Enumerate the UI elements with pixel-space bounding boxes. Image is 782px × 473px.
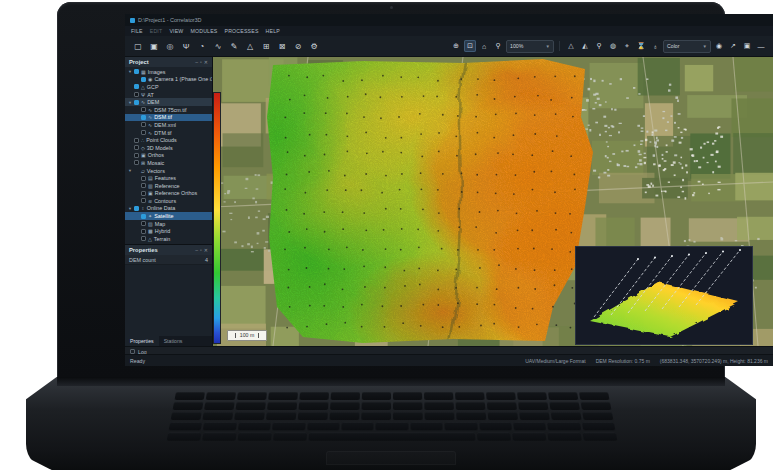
checkbox[interactable] (141, 229, 146, 234)
tree-item-terrain[interactable]: △Terrain (125, 235, 212, 243)
status-item-0: UAV/Medium/Large Format (525, 358, 585, 364)
menu-processes[interactable]: PROCESSES (225, 28, 259, 34)
expand-arrow-icon[interactable]: ▼ (128, 168, 132, 173)
new-project-icon[interactable]: ▢ (131, 39, 145, 53)
pin-icon[interactable]: – (195, 247, 198, 253)
checkbox[interactable] (141, 236, 146, 241)
checkbox[interactable] (141, 107, 146, 112)
zoom-3d-icon[interactable]: ⚲ (593, 40, 605, 52)
tree-item-dem[interactable]: ▼∿DEM (125, 98, 212, 106)
checkbox[interactable] (134, 153, 139, 158)
checkbox[interactable] (141, 130, 146, 135)
checkbox[interactable] (141, 77, 146, 82)
history-icon[interactable]: ⌛ (635, 40, 647, 52)
checkbox[interactable] (134, 138, 139, 143)
expand-arrow-icon[interactable]: ▼ (128, 69, 132, 74)
expand-arrow-icon[interactable]: ▼ (128, 100, 132, 105)
tree-item-features[interactable]: ▤Features (125, 174, 212, 182)
settings-icon[interactable]: ◎ (163, 39, 177, 53)
map-viewport[interactable]: 100 m (213, 57, 773, 346)
zoom-icon[interactable]: ⚲ (492, 40, 504, 52)
tin-mesh-icon[interactable]: ◭ (579, 40, 591, 52)
snapshot-icon[interactable]: ▣ (741, 40, 753, 52)
profile-icon[interactable]: △ (565, 40, 577, 52)
tree-item-label: 3D Models (147, 145, 173, 151)
checkbox[interactable] (134, 145, 139, 150)
checkbox[interactable] (141, 183, 146, 188)
checkbox[interactable] (134, 84, 139, 89)
expand-arrow-icon[interactable]: ▼ (128, 206, 132, 211)
tree-item-online-data[interactable]: ▼♁Online Data (125, 205, 212, 213)
checkbox[interactable] (141, 214, 146, 219)
checkbox[interactable] (134, 206, 139, 211)
menu-file[interactable]: FILE (131, 28, 143, 34)
satellite-icon: ✦ (148, 213, 152, 219)
menu-view[interactable]: VIEW (169, 28, 183, 34)
geoid-icon[interactable]: ◔ (195, 39, 209, 53)
tree-item-orthos[interactable]: ▣Orthos (125, 152, 212, 160)
tree-item-camera-1-phase-one-ixm-[interactable]: ◉Camera 1 (Phase One iXM) (125, 76, 212, 84)
tree-item-dtm-tif[interactable]: ∿DTM.tif (125, 129, 212, 137)
tree-item-mosaic[interactable]: ⊞Mosaic (125, 159, 212, 167)
tree-item-gcp[interactable]: △GCP (125, 83, 212, 91)
tree-item-reference-orthos[interactable]: ▣Reference Orthos (125, 190, 212, 198)
sphere-view-icon[interactable]: ◍ (607, 40, 619, 52)
target-icon[interactable]: ⌖ (621, 40, 633, 52)
measure-icon[interactable]: ⊕ (450, 40, 462, 52)
tree-item-3d-models[interactable]: ◇3D Models (125, 144, 212, 152)
layers-icon[interactable]: ⊡ (464, 40, 476, 52)
dem-editing-icon[interactable]: ✎ (227, 39, 241, 53)
tree-item-vectors[interactable]: ▼▱Vectors (125, 167, 212, 175)
open-project-icon[interactable]: ▣ (147, 39, 161, 53)
color-mode-select[interactable]: Color ▼ (663, 40, 711, 53)
float-icon[interactable]: ▫ (200, 247, 202, 253)
stop-process-icon[interactable]: ⊘ (291, 39, 305, 53)
mosaic-editing-icon[interactable]: ⊠ (275, 39, 289, 53)
home-view-icon[interactable]: ⌂ (478, 40, 490, 52)
tree-item-map[interactable]: ▨Map (125, 220, 212, 228)
zoom-level-select[interactable]: 100% ▼ (506, 40, 554, 53)
checkbox[interactable] (141, 176, 146, 181)
tree-item-dsm-tif[interactable]: ∿DSM.tif (125, 114, 212, 122)
menu-help[interactable]: HELP (266, 28, 280, 34)
tab-properties[interactable]: Properties (125, 336, 159, 346)
pin-icon[interactable]: – (195, 59, 198, 65)
close-icon[interactable]: ✕ (204, 247, 208, 253)
dem-generation-icon[interactable]: ∿ (211, 39, 225, 53)
checkbox[interactable] (141, 115, 146, 120)
checkbox[interactable] (141, 221, 146, 226)
aerial-triangulation-icon[interactable]: Ψ (179, 39, 193, 53)
tree-item-hybrid[interactable]: ▩Hybrid (125, 227, 212, 235)
checkbox[interactable] (134, 69, 139, 74)
checkbox[interactable] (134, 92, 139, 97)
tree-item-contours[interactable]: ≋Contours (125, 197, 212, 205)
3d-preview-inset[interactable] (576, 247, 752, 344)
checkbox[interactable] (134, 100, 139, 105)
menu-modules[interactable]: MODULES (190, 28, 217, 34)
fullscreen-icon[interactable]: ↗ (727, 40, 739, 52)
close-icon[interactable]: ✕ (204, 59, 208, 65)
tree-item-images[interactable]: ▼▦Images (125, 68, 212, 76)
float-icon[interactable]: ▫ (200, 59, 202, 65)
tree-item-dem-xml[interactable]: ∿DEM.xml (125, 121, 212, 129)
process-settings-icon[interactable]: ⚙ (307, 39, 321, 53)
globe-icon[interactable]: ♁ (649, 40, 661, 52)
tree-item-label: AT (147, 92, 154, 98)
tree-item-reference[interactable]: ▥Reference (125, 182, 212, 190)
checkbox[interactable] (141, 191, 146, 196)
checkbox[interactable] (141, 198, 146, 203)
palette-icon[interactable]: ◉ (713, 40, 725, 52)
tree-item-at[interactable]: ΨAT (125, 91, 212, 99)
menu-edit[interactable]: EDIT (150, 28, 163, 34)
mosaic-creation-icon[interactable]: ⊞ (259, 39, 273, 53)
tree-item-dsm-75cm-tif[interactable]: ∿DSM 75cm.tif (125, 106, 212, 114)
tab-stations[interactable]: Stations (159, 336, 188, 346)
tree-item-point-clouds[interactable]: ∴Point Clouds (125, 136, 212, 144)
minimize-icon[interactable]: — (755, 40, 767, 52)
ortho-rectification-icon[interactable]: △ (243, 39, 257, 53)
checkbox[interactable] (141, 122, 146, 127)
tree-item-satellite[interactable]: ✦Satellite (125, 212, 212, 220)
tree-item-label: DEM.xml (154, 122, 176, 128)
checkbox[interactable] (134, 160, 139, 165)
tree-item-label: Reference (155, 183, 180, 189)
